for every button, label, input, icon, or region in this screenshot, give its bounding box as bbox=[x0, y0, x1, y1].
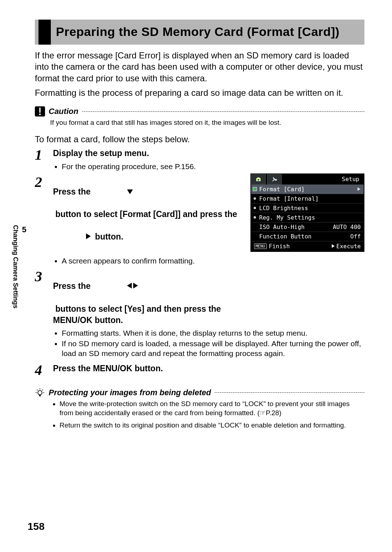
svg-marker-3 bbox=[86, 233, 91, 239]
lcd-menu-row: Reg. My Settings bbox=[251, 213, 364, 222]
tip-header: Protecting your images from being delete… bbox=[35, 388, 364, 398]
svg-rect-10 bbox=[254, 207, 256, 209]
left-right-triangle-icon bbox=[94, 269, 138, 303]
svg-rect-11 bbox=[254, 216, 256, 218]
svg-point-1 bbox=[39, 114, 41, 115]
step-3-bullets: Formatting starts. When it is done, the … bbox=[35, 326, 364, 360]
caution-label: Caution bbox=[49, 107, 78, 116]
down-triangle-icon bbox=[94, 175, 133, 209]
step-title: Press the button to select [Format [Card… bbox=[53, 175, 242, 254]
lcd-footer: MENU Finish Execute bbox=[251, 241, 364, 251]
tip-item: Move the write-protection switch on the … bbox=[60, 399, 364, 418]
svg-marker-8 bbox=[358, 187, 360, 191]
caution-icon bbox=[35, 106, 45, 116]
divider bbox=[82, 111, 364, 112]
lead-in: To format a card, follow the steps below… bbox=[35, 134, 364, 145]
lcd-menu-row: LCD Brightness bbox=[251, 203, 364, 213]
right-triangle-icon bbox=[53, 220, 91, 254]
step-number: 3 bbox=[35, 269, 46, 326]
divider bbox=[215, 392, 364, 393]
lcd-finish-label: Finish bbox=[269, 243, 290, 250]
lcd-menu-row: ISO Auto-HighAUTO 400 bbox=[251, 222, 364, 232]
side-tab: 5 Changing Camera Settings bbox=[12, 225, 29, 308]
step-bullet: A screen appears to confirm formatting. bbox=[62, 256, 242, 266]
svg-rect-9 bbox=[254, 197, 256, 200]
page-number: 158 bbox=[28, 521, 45, 532]
svg-marker-4 bbox=[127, 283, 132, 289]
step-bullet: For the operating procedure, see P.156. bbox=[62, 161, 364, 171]
lcd-menu-row: Format [Card] bbox=[251, 184, 364, 194]
svg-marker-12 bbox=[332, 244, 335, 248]
svg-marker-2 bbox=[127, 189, 133, 194]
svg-point-6 bbox=[258, 179, 260, 181]
lcd-execute-label: Execute bbox=[336, 243, 361, 250]
lightbulb-icon bbox=[35, 388, 45, 398]
lcd-setup-menu: Setup Format [Card]Format [Internal]LCD … bbox=[250, 173, 364, 252]
step-2: 2 Press the button to select [Format [Ca… bbox=[35, 175, 242, 267]
caution-header: Caution bbox=[35, 106, 364, 116]
tools-tab-icon bbox=[267, 174, 282, 184]
caution-body: If you format a card that still has imag… bbox=[50, 118, 364, 128]
camera-tab-icon bbox=[251, 174, 266, 184]
side-tab-label: Changing Camera Settings bbox=[12, 225, 19, 308]
svg-rect-7 bbox=[253, 187, 257, 191]
intro-paragraph-1: If the error message [Card Error] is dis… bbox=[35, 50, 364, 84]
setup-tab-label: Setup bbox=[283, 174, 362, 184]
tip-item: Return the switch to its original positi… bbox=[60, 421, 364, 430]
side-tab-number: 5 bbox=[19, 225, 29, 300]
lcd-menu-row: Function ButtonOff bbox=[251, 232, 364, 241]
step-number: 4 bbox=[35, 363, 46, 377]
step-number: 2 bbox=[35, 175, 46, 267]
step-title: Press the MENU/OK button. bbox=[53, 363, 163, 374]
menu-chip: MENU bbox=[254, 244, 267, 249]
step-number: 1 bbox=[35, 148, 46, 172]
svg-point-13 bbox=[38, 391, 42, 395]
step-4: 4 Press the MENU/OK button. bbox=[35, 363, 364, 377]
lcd-menu-row: Format [Internal] bbox=[251, 194, 364, 203]
step-3: 3 Press the buttons to select [Yes] and … bbox=[35, 269, 242, 326]
step-title: Press the buttons to select [Yes] and th… bbox=[53, 269, 242, 326]
step-bullet: If no SD memory card is loaded, a messag… bbox=[62, 339, 364, 359]
tip-label: Protecting your images from being delete… bbox=[49, 388, 211, 397]
step-1: 1 Display the setup menu. For the operat… bbox=[35, 148, 364, 172]
intro-paragraph-2: Formatting is the process of preparing a… bbox=[35, 87, 364, 99]
svg-marker-5 bbox=[133, 283, 138, 289]
step-title: Display the setup menu. bbox=[53, 148, 149, 159]
step-bullet: Formatting starts. When it is done, the … bbox=[62, 328, 364, 338]
right-triangle-icon bbox=[331, 244, 335, 248]
section-title: Preparing the SD Memory Card (Format [Ca… bbox=[35, 20, 364, 45]
